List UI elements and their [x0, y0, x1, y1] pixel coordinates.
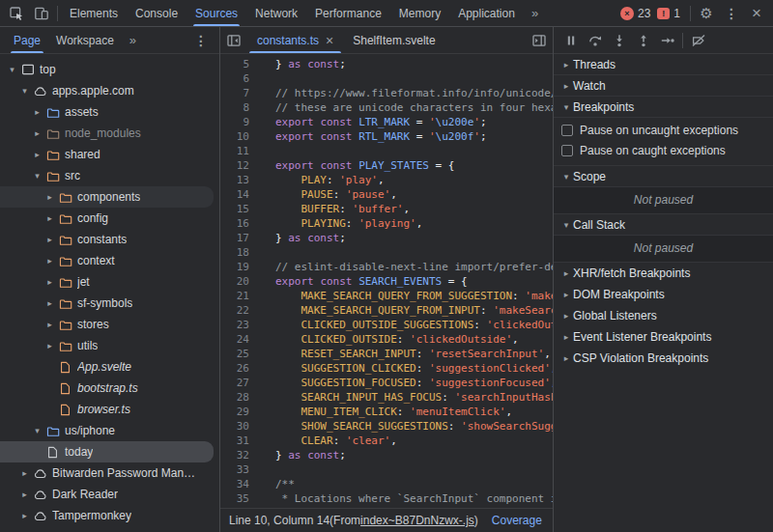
code-line[interactable]: 28 SEARCH_INPUT_HAS_FOCUS: 'searchInputH…	[220, 390, 553, 405]
step-over-icon[interactable]	[583, 28, 607, 53]
code-line[interactable]: 24 CLICKED_OUTSIDE: 'clickedOutside',	[220, 332, 553, 347]
tree-item-app-svelte[interactable]: App.svelte	[0, 356, 214, 378]
tree-item-config[interactable]: ▸config	[0, 208, 214, 229]
tree-item-components[interactable]: ▸components	[0, 186, 214, 208]
line-number[interactable]: 33	[220, 462, 249, 477]
close-devtools-icon[interactable]: ×	[744, 1, 769, 26]
breakpoint-gutter[interactable]	[249, 434, 275, 448]
code-line[interactable]: 10export const RTL_MARK = '\u200f';	[220, 129, 553, 144]
line-number[interactable]: 5	[220, 57, 249, 71]
coverage-link[interactable]: Coverage	[492, 514, 542, 527]
chevron-down-icon[interactable]: ▾	[6, 65, 18, 74]
line-number[interactable]: 10	[220, 129, 249, 144]
panel-tab-memory[interactable]: Memory	[390, 0, 449, 26]
settings-gear-icon[interactable]: ⚙	[694, 1, 719, 26]
section-csp-violation-breakpoints[interactable]: ▸CSP Violation Breakpoints	[554, 348, 773, 369]
line-number[interactable]: 29	[220, 405, 249, 419]
tree-item-top[interactable]: ▾top	[0, 59, 214, 80]
pause-script-icon[interactable]	[558, 28, 583, 53]
line-number[interactable]: 26	[220, 361, 249, 376]
tab-page[interactable]: Page	[6, 27, 48, 53]
inspect-element-icon[interactable]	[4, 1, 29, 26]
step-into-icon[interactable]	[607, 28, 631, 53]
breakpoint-gutter[interactable]	[249, 376, 275, 390]
code-line[interactable]: 14 PAUSE: 'pause',	[220, 187, 553, 202]
chevron-down-icon[interactable]: ▾	[18, 86, 31, 96]
checkbox[interactable]	[561, 145, 573, 156]
code-line[interactable]: 6	[220, 71, 553, 86]
breakpoint-gutter[interactable]	[249, 448, 275, 462]
chevron-right-icon[interactable]: ▸	[18, 490, 31, 499]
breakpoint-gutter[interactable]	[249, 231, 275, 245]
breakpoint-gutter[interactable]	[249, 144, 275, 158]
section-dom-breakpoints[interactable]: ▸DOM Breakpoints	[554, 284, 773, 305]
line-number[interactable]: 18	[220, 245, 249, 260]
breakpoint-gutter[interactable]	[249, 419, 275, 434]
editor-tab-constants-ts[interactable]: constants.ts×	[247, 27, 343, 53]
section-call-stack[interactable]: ▾Call Stack	[554, 214, 773, 236]
code-line[interactable]: 34/**	[220, 477, 553, 491]
hide-navigator-icon[interactable]	[220, 27, 247, 53]
line-number[interactable]: 21	[220, 289, 249, 303]
tree-item-today[interactable]: today	[0, 441, 214, 462]
code-line[interactable]: 23 CLICKED_OUTSIDE_SUGGESTIONS: 'clicked…	[220, 318, 553, 332]
section-breakpoints[interactable]: ▾Breakpoints	[554, 97, 773, 118]
chevron-right-icon[interactable]: ▸	[43, 256, 56, 266]
code-line[interactable]: 22 MAKE_SEARCH_QUERY_FROM_INPUT: 'makeSe…	[220, 303, 553, 318]
breakpoint-gutter[interactable]	[249, 86, 275, 100]
tree-item-us-iphone[interactable]: ▾us/iphone	[0, 420, 214, 441]
code-line[interactable]: 26 SUGGESTION_CLICKED: 'suggestionClicke…	[220, 361, 553, 376]
breakpoint-gutter[interactable]	[249, 115, 275, 129]
chevron-right-icon[interactable]: ▸	[18, 468, 31, 478]
breakpoint-gutter[interactable]	[249, 245, 275, 260]
line-number[interactable]: 8	[220, 100, 249, 115]
line-number[interactable]: 7	[220, 86, 249, 100]
step-out-icon[interactable]	[631, 28, 655, 53]
editor-tab-shelfitem-svelte[interactable]: ShelfItem.svelte	[343, 27, 444, 53]
panel-tab-application[interactable]: Application	[449, 0, 524, 26]
checkbox[interactable]	[561, 125, 573, 136]
line-number[interactable]: 6	[220, 71, 249, 86]
line-number[interactable]: 17	[220, 231, 249, 245]
deactivate-breakpoints-icon[interactable]	[686, 28, 710, 53]
section-threads[interactable]: ▸Threads	[554, 54, 773, 75]
breakpoint-gutter[interactable]	[249, 462, 275, 477]
tab-workspace[interactable]: Workspace	[48, 27, 122, 53]
chevron-right-icon[interactable]: ▸	[31, 150, 43, 159]
code-line[interactable]: 12export const PLAY_STATES = {	[220, 158, 553, 173]
breakpoint-gutter[interactable]	[249, 202, 275, 216]
line-number[interactable]: 35	[220, 491, 249, 506]
checkbox-row-pause-on-uncaught-exceptions[interactable]: Pause on uncaught exceptions	[561, 124, 765, 137]
line-number[interactable]: 32	[220, 448, 249, 462]
code-line[interactable]: 33	[220, 462, 553, 477]
device-toolbar-icon[interactable]	[29, 1, 54, 26]
code-line[interactable]: 18	[220, 245, 553, 260]
code-line[interactable]: 13 PLAY: 'play',	[220, 173, 553, 187]
section-event-listener-breakpoints[interactable]: ▸Event Listener Breakpoints	[554, 326, 773, 348]
tree-item-sf-symbols[interactable]: ▸sf-symbols	[0, 293, 214, 314]
navigator-kebab-icon[interactable]: ⋮	[188, 28, 214, 53]
tree-item-jet[interactable]: ▸jet	[0, 271, 214, 293]
line-number[interactable]: 22	[220, 303, 249, 318]
line-number[interactable]: 12	[220, 158, 249, 173]
tree-item-assets[interactable]: ▸assets	[0, 101, 214, 123]
code-line[interactable]: 27 SUGGESTION_FOCUSED: 'suggestionFocuse…	[220, 376, 553, 390]
code-line[interactable]: 29 MENU_ITEM_CLICK: 'menuItemClick',	[220, 405, 553, 419]
line-number[interactable]: 11	[220, 144, 249, 158]
checkbox-row-pause-on-caught-exceptions[interactable]: Pause on caught exceptions	[561, 144, 765, 157]
section-watch[interactable]: ▸Watch	[554, 75, 773, 97]
section-xhr-fetch-breakpoints[interactable]: ▸XHR/fetch Breakpoints	[554, 263, 773, 284]
chevron-down-icon[interactable]: ▾	[31, 426, 43, 435]
line-number[interactable]: 9	[220, 115, 249, 129]
code-line[interactable]: 17} as const;	[220, 231, 553, 245]
source-map-link[interactable]: index~B87DnNzwx-.js	[360, 514, 474, 527]
tree-item-bootstrap-ts[interactable]: bootstrap.ts	[0, 378, 214, 399]
line-number[interactable]: 34	[220, 477, 249, 491]
tree-item-tampermonkey[interactable]: ▸Tampermonkey	[0, 505, 214, 526]
breakpoint-gutter[interactable]	[249, 477, 275, 491]
chevron-right-icon[interactable]: ▸	[43, 341, 56, 350]
line-number[interactable]: 28	[220, 390, 249, 405]
code-line[interactable]: 9export const LTR_MARK = '\u200e';	[220, 115, 553, 129]
code-line[interactable]: 35 * Locations where `SearchInput` compo…	[220, 491, 553, 506]
breakpoint-gutter[interactable]	[249, 129, 275, 144]
